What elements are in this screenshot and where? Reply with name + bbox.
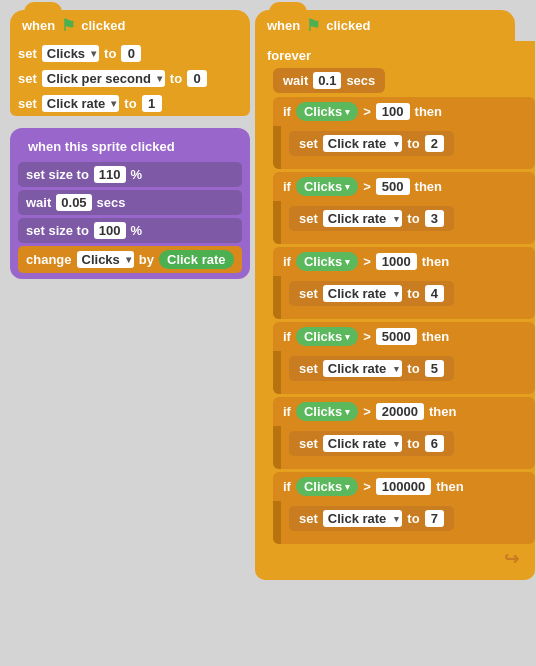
sprite-hat: when this sprite clicked <box>18 134 242 159</box>
if-label-4: if <box>283 404 291 419</box>
cps-dropdown[interactable]: Click per second <box>42 70 165 87</box>
clicks-oval-0: Clicks ▾ <box>296 102 358 121</box>
set-label-3: set <box>18 96 37 111</box>
wait-label-r: wait <box>283 73 308 88</box>
set-val-2[interactable]: 4 <box>425 285 444 302</box>
clicks-value-1[interactable]: 0 <box>121 45 141 62</box>
cr-dropdown-inner-1[interactable]: Click rate▾ <box>323 210 403 227</box>
threshold-3[interactable]: 5000 <box>376 328 417 345</box>
secs-label-r: secs <box>346 73 375 88</box>
when-label-2: when <box>267 18 300 33</box>
change-clicks-line: change Clicks by Click rate <box>18 246 242 273</box>
hat-block-2: when ⚑ clicked <box>255 10 515 41</box>
size-100-val[interactable]: 100 <box>94 222 126 239</box>
if-header-0: if Clicks ▾ > 100 then <box>273 97 535 126</box>
wait-val-r[interactable]: 0.1 <box>313 72 341 89</box>
cr-dropdown-inner-4[interactable]: Click rate▾ <box>323 435 403 452</box>
secs-label: secs <box>97 195 126 210</box>
threshold-4[interactable]: 20000 <box>376 403 424 420</box>
clicks-dd-0[interactable]: ▾ <box>345 107 350 117</box>
if-body-4: set Click rate▾ to 6 <box>273 426 535 461</box>
set-val-5[interactable]: 7 <box>425 510 444 527</box>
set-inner-5: set Click rate▾ to 7 <box>289 506 454 531</box>
set-size-110-line: set size to 110 % <box>18 162 242 187</box>
clicks-oval-text-5: Clicks <box>304 479 342 494</box>
cr-dropdown-inner-5[interactable]: Click rate▾ <box>323 510 403 527</box>
wait-label: wait <box>26 195 51 210</box>
wait-val[interactable]: 0.05 <box>56 194 91 211</box>
cr-dropdown-inner-3[interactable]: Click rate▾ <box>323 360 403 377</box>
set-cps-line: set Click per second to 0 <box>10 66 250 91</box>
size-110-val[interactable]: 110 <box>94 166 126 183</box>
loop-arrow: ↩ <box>255 548 535 570</box>
if-label-0: if <box>283 104 291 119</box>
threshold-0[interactable]: 100 <box>376 103 410 120</box>
threshold-1[interactable]: 500 <box>376 178 410 195</box>
clicks-dd-2[interactable]: ▾ <box>345 257 350 267</box>
clicks-dd-4[interactable]: ▾ <box>345 407 350 417</box>
cr-value-1[interactable]: 1 <box>142 95 162 112</box>
by-label: by <box>139 252 154 267</box>
to-label-inner-4: to <box>407 436 419 451</box>
if-header-1: if Clicks ▾ > 500 then <box>273 172 535 201</box>
if-body-2: set Click rate▾ to 4 <box>273 276 535 311</box>
cr-dropdown-inner-2[interactable]: Click rate▾ <box>323 285 403 302</box>
clicks-oval-text-4: Clicks <box>304 404 342 419</box>
if-body-0: set Click rate▾ to 2 <box>273 126 535 161</box>
clicks-oval-3: Clicks ▾ <box>296 327 358 346</box>
left-panel: when ⚑ clicked set Clicks to 0 set Click… <box>10 10 250 279</box>
to-label-3: to <box>124 96 136 111</box>
op-4: > <box>363 404 371 419</box>
then-3: then <box>422 329 449 344</box>
if-footer-5 <box>273 536 535 544</box>
set-val-1[interactable]: 3 <box>425 210 444 227</box>
then-5: then <box>436 479 463 494</box>
change-label: change <box>26 252 72 267</box>
set-label-2: set <box>18 71 37 86</box>
flag-icon-2: ⚑ <box>306 16 320 35</box>
then-1: then <box>415 179 442 194</box>
then-0: then <box>415 104 442 119</box>
set-val-0[interactable]: 2 <box>425 135 444 152</box>
cr-dropdown-1[interactable]: Click rate <box>42 95 120 112</box>
set-size-label-2: set size to <box>26 223 89 238</box>
clicks-oval-4: Clicks ▾ <box>296 402 358 421</box>
set-label-1: set <box>18 46 37 61</box>
clicked-label-1: clicked <box>81 18 125 33</box>
set-val-4[interactable]: 6 <box>425 435 444 452</box>
if-label-5: if <box>283 479 291 494</box>
if-header-2: if Clicks ▾ > 1000 then <box>273 247 535 276</box>
if-footer-2 <box>273 311 535 319</box>
clicks-oval-text-0: Clicks <box>304 104 342 119</box>
if-block-4: if Clicks ▾ > 20000 then set Click rate▾… <box>273 397 535 469</box>
if-block-5: if Clicks ▾ > 100000 then set Click rate… <box>273 472 535 544</box>
to-label-inner-0: to <box>407 136 419 151</box>
threshold-5[interactable]: 100000 <box>376 478 431 495</box>
clicks-dd-5[interactable]: ▾ <box>345 482 350 492</box>
if-body-5: set Click rate▾ to 7 <box>273 501 535 536</box>
clicks-dd-1[interactable]: ▾ <box>345 182 350 192</box>
if-label-2: if <box>283 254 291 269</box>
then-4: then <box>429 404 456 419</box>
op-1: > <box>363 179 371 194</box>
set-label-inner-3: set <box>299 361 318 376</box>
threshold-2[interactable]: 1000 <box>376 253 417 270</box>
hat-block-1: when ⚑ clicked <box>10 10 250 41</box>
set-label-inner-1: set <box>299 211 318 226</box>
clicks-oval-text-2: Clicks <box>304 254 342 269</box>
clicks-dropdown-1[interactable]: Clicks <box>42 45 99 62</box>
cr-dropdown-inner-0[interactable]: Click rate▾ <box>323 135 403 152</box>
to-label-2: to <box>170 71 182 86</box>
cps-value[interactable]: 0 <box>187 70 207 87</box>
clicks-dd-3[interactable]: ▾ <box>345 332 350 342</box>
clicks-dropdown-2[interactable]: Clicks <box>77 251 134 268</box>
set-val-3[interactable]: 5 <box>425 360 444 377</box>
if-header-4: if Clicks ▾ > 20000 then <box>273 397 535 426</box>
clicks-oval-text-3: Clicks <box>304 329 342 344</box>
if-block-2: if Clicks ▾ > 1000 then set Click rate▾ … <box>273 247 535 319</box>
set-inner-4: set Click rate▾ to 6 <box>289 431 454 456</box>
op-2: > <box>363 254 371 269</box>
to-label-inner-3: to <box>407 361 419 376</box>
set-inner-0: set Click rate▾ to 2 <box>289 131 454 156</box>
if-header-3: if Clicks ▾ > 5000 then <box>273 322 535 351</box>
